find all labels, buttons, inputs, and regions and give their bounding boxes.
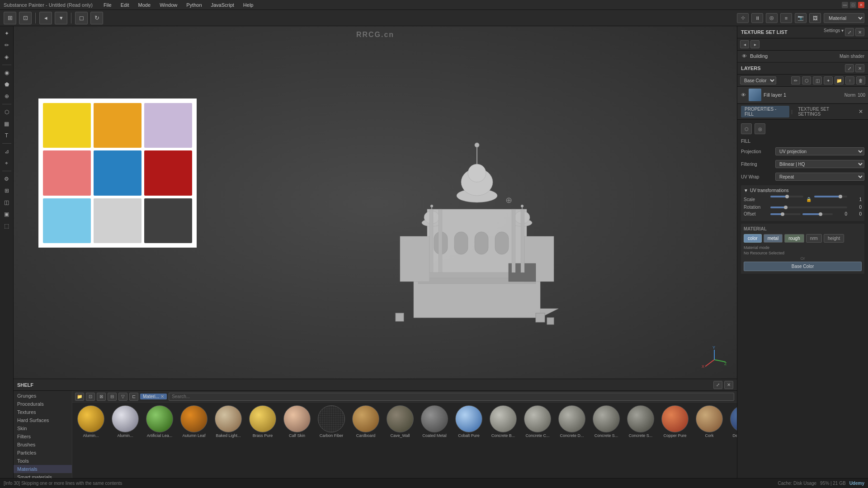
mat-rough-button[interactable]: rough: [784, 234, 804, 243]
viewport[interactable]: RRCG.cn: [14, 26, 737, 379]
shelf-filter2-button[interactable]: ⊟: [108, 393, 117, 401]
shelf-folder-button[interactable]: 📁: [75, 393, 84, 401]
visibility-icon[interactable]: 👁: [741, 53, 747, 59]
offset-x-slider[interactable]: [770, 213, 801, 215]
mat-nrm-button[interactable]: nrm: [806, 234, 822, 243]
lock-icon[interactable]: 🔒: [805, 196, 812, 203]
layers-close-button[interactable]: ✕: [855, 64, 864, 72]
menu-file[interactable]: File: [102, 2, 113, 8]
viewport-cursor-button[interactable]: ⊹: [737, 13, 749, 23]
menu-window[interactable]: Window: [158, 2, 179, 8]
layer-delete-button[interactable]: 🗑: [856, 76, 865, 84]
list-item[interactable]: Concrete C...: [522, 405, 553, 438]
grid-small-button[interactable]: ⊞: [4, 12, 16, 24]
shelf-cat-particles[interactable]: Particles: [14, 449, 72, 457]
shelf-filter1-button[interactable]: ⊠: [97, 393, 106, 401]
filtering-select[interactable]: Bilinear | HQ Nearest: [775, 160, 864, 168]
list-item[interactable]: Baked Light...: [212, 405, 244, 438]
menu-help[interactable]: Help: [241, 2, 255, 8]
base-color-button[interactable]: Base Color: [744, 262, 862, 271]
properties-close-button[interactable]: ✕: [857, 108, 864, 115]
offset-y-thumb[interactable]: [819, 212, 822, 216]
tool-polygon[interactable]: ⬡: [1, 107, 12, 117]
tool-misc3[interactable]: ▣: [1, 209, 12, 220]
texture-set-settings-tab[interactable]: TEXTURE SET SETTINGS: [794, 106, 855, 117]
shelf-filter3-button[interactable]: ▽: [118, 393, 127, 401]
view-mode-select[interactable]: Material Base Color Roughness: [824, 13, 864, 23]
tool-settings[interactable]: ⚙: [1, 174, 12, 184]
layer-folder-button[interactable]: 📁: [835, 76, 844, 84]
tool-smudge[interactable]: ◉: [1, 67, 12, 78]
mat-color-button[interactable]: color: [744, 234, 762, 243]
uvwrap-select[interactable]: Repeat Mirror Clamp: [775, 173, 864, 181]
tool-erase[interactable]: ◈: [1, 52, 12, 62]
shelf-cat-procedurals[interactable]: Procedurals: [14, 400, 72, 408]
list-item[interactable]: Concrete S...: [590, 405, 622, 438]
shelf-cat-tools[interactable]: Tools: [14, 457, 72, 465]
layers-expand-button[interactable]: ⤢: [845, 64, 854, 72]
list-item[interactable]: Brass Pure: [247, 405, 278, 438]
shelf-cat-grunges[interactable]: Grunges: [14, 392, 72, 400]
list-item[interactable]: Alumin...: [109, 405, 141, 438]
scale-y-slider[interactable]: [814, 196, 847, 197]
list-item[interactable]: Carbon Fiber: [316, 405, 347, 438]
shelf-close-button[interactable]: ✕: [724, 381, 733, 389]
list-item[interactable]: Denim Rivet: [728, 405, 737, 438]
offset-x-thumb[interactable]: [781, 212, 784, 216]
shelf-cat-smartmaterials[interactable]: Smart materials: [14, 473, 72, 478]
layer-add-button[interactable]: ✏: [791, 76, 800, 84]
fill-material-icon[interactable]: ⬡: [741, 123, 752, 134]
tool-picker[interactable]: ⊿: [1, 146, 12, 157]
tool-select[interactable]: ✦: [1, 28, 12, 39]
list-item[interactable]: Cardboard: [350, 405, 382, 438]
list-item[interactable]: Cobalt Pure: [453, 405, 485, 438]
rotation-thumb[interactable]: [784, 206, 788, 209]
filter-tag-close[interactable]: ✕: [160, 394, 164, 399]
tsl-close-button[interactable]: ✕: [855, 28, 864, 36]
viewport-pause-button[interactable]: ⏸: [751, 13, 763, 23]
shelf-cat-materials[interactable]: Materials: [14, 465, 72, 473]
box-button[interactable]: ◻: [75, 12, 88, 24]
list-item[interactable]: Concrete D...: [556, 405, 588, 438]
cork-material-item[interactable]: Cork: [693, 405, 725, 438]
tsl-item-building[interactable]: 👁 Building Main shader: [737, 51, 868, 62]
tsl-forward-button[interactable]: ▸: [750, 40, 760, 48]
list-item[interactable]: Concrete B...: [487, 405, 519, 438]
maximize-button[interactable]: □: [850, 2, 856, 8]
layer-blend-mode-select[interactable]: Base Color Norm Multiply: [740, 76, 776, 84]
menu-python[interactable]: Python: [184, 2, 203, 8]
layer-visibility-icon[interactable]: 👁: [740, 92, 746, 98]
scale-x-slider[interactable]: [770, 196, 803, 197]
close-button[interactable]: ✕: [858, 2, 864, 8]
arrow-down-button[interactable]: ▾: [55, 12, 67, 24]
menu-javascript[interactable]: JavaScript: [209, 2, 236, 8]
tool-gradient[interactable]: ▦: [1, 118, 12, 129]
shelf-copy-button[interactable]: ⊡: [86, 393, 95, 401]
shelf-cat-brushes[interactable]: Brushes: [14, 441, 72, 449]
shelf-funnel-button[interactable]: ⊏: [129, 393, 138, 401]
mat-metal-button[interactable]: metal: [764, 234, 783, 243]
viewport-target-button[interactable]: ◎: [766, 13, 778, 23]
arrow-left-button[interactable]: ◂: [39, 12, 52, 24]
layer-item-fill1[interactable]: 👁 Fill layer 1 Norm 100: [737, 87, 868, 103]
list-item[interactable]: Coated Metal: [419, 405, 450, 438]
grid-large-button[interactable]: ⊡: [19, 12, 32, 24]
tool-misc4[interactable]: ⬚: [1, 221, 12, 231]
tool-fill[interactable]: ⬟: [1, 79, 12, 90]
offset-y-slider[interactable]: [802, 213, 833, 215]
list-item[interactable]: Artificial Lea...: [144, 405, 175, 438]
menu-edit[interactable]: Edit: [119, 2, 131, 8]
viewport-image-button[interactable]: 🖼: [809, 13, 821, 23]
shelf-cat-skin[interactable]: Skin: [14, 424, 72, 432]
fill-color-icon[interactable]: ◎: [755, 123, 765, 134]
scale-x-thumb[interactable]: [785, 195, 789, 198]
viewport-camera-button[interactable]: 📷: [795, 13, 807, 23]
shelf-cat-textures[interactable]: Textures: [14, 408, 72, 416]
tool-misc2[interactable]: ◫: [1, 197, 12, 208]
list-item[interactable]: Cave_Wall: [384, 405, 416, 438]
shelf-cat-filters[interactable]: Filters: [14, 432, 72, 441]
viewport-layers-button[interactable]: ≡: [780, 13, 792, 23]
minimize-button[interactable]: —: [842, 2, 848, 8]
layer-effect-button[interactable]: ✦: [824, 76, 833, 84]
tsl-settings-label[interactable]: Settings ▾: [824, 28, 844, 36]
